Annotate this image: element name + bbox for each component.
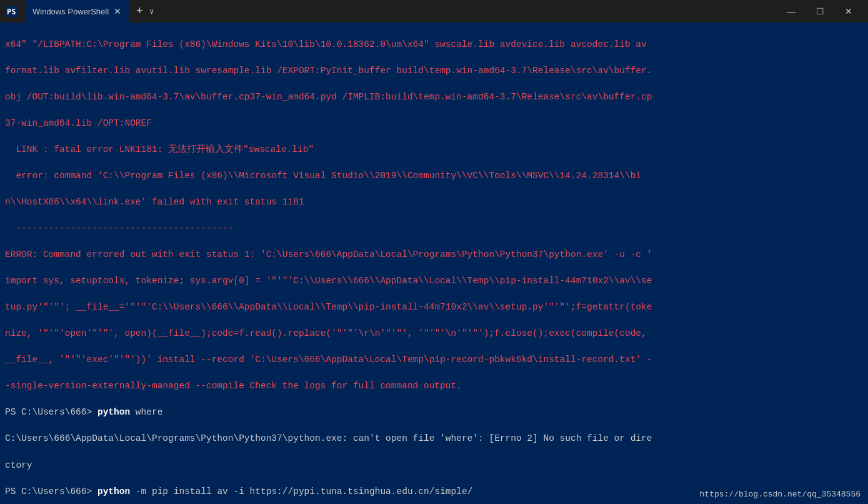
terminal-line: ---------------------------------------- [5,222,863,235]
app-icon: PS [5,5,17,18]
terminal-line: import sys, setuptools, tokenize; sys.ar… [5,275,863,288]
terminal-line: obj /OUT:build\lib.win-amd64-3.7\av\buff… [5,91,863,104]
terminal-line: -single-version-externally-managed --com… [5,380,863,393]
terminal-line: nize, '"'"'open'"'"', open)(__file__);co… [5,327,863,340]
terminal-line: x64" "/LIBPATH:C:\Program Files (x86)\Wi… [5,38,863,51]
tab-dropdown-button[interactable]: ∨ [147,7,156,16]
terminal-line: n\\HostX86\\x64\\link.exe' failed with e… [5,196,863,209]
terminal-line: __file__, '"'"'exec'"'"'))' install --re… [5,353,863,366]
terminal-line: tup.py'"'"'; __file__='"'"'C:\\Users\\66… [5,301,863,314]
active-tab[interactable]: Windows PowerShell ✕ [25,0,129,23]
titlebar: PS Windows PowerShell ✕ + ∨ — ☐ ✕ [0,0,868,23]
terminal-line: PS C:\Users\666> python where [5,406,863,419]
terminal-line: C:\Users\666\AppData\Local\Programs\Pyth… [5,432,863,445]
watermark: https://blog.csdn.net/qq_35348556 [700,490,861,499]
terminal-line: 37-win_amd64.lib /OPT:NOREF [5,117,863,130]
close-button[interactable]: ✕ [834,0,863,23]
terminal-line: ERROR: Command errored out with exit sta… [5,248,863,261]
new-tab-button[interactable]: + [132,0,147,23]
maximize-button[interactable]: ☐ [806,0,834,23]
terminal-line: error: command 'C:\\Program Files (x86)\… [5,169,863,183]
tab-title: Windows PowerShell [32,7,109,16]
terminal-line: LINK : fatal error LNK1181: 无法打开输入文件"sws… [5,143,863,156]
terminal-output: x64" "/LIBPATH:C:\Program Files (x86)\Wi… [0,23,868,504]
terminal-line: format.lib avfilter.lib avutil.lib swres… [5,64,863,78]
terminal-line: ctory [5,459,863,472]
svg-text:PS: PS [7,8,16,16]
minimize-button[interactable]: — [777,0,806,23]
window-controls: — ☐ ✕ [777,0,863,23]
tab-close-button[interactable]: ✕ [114,6,121,16]
